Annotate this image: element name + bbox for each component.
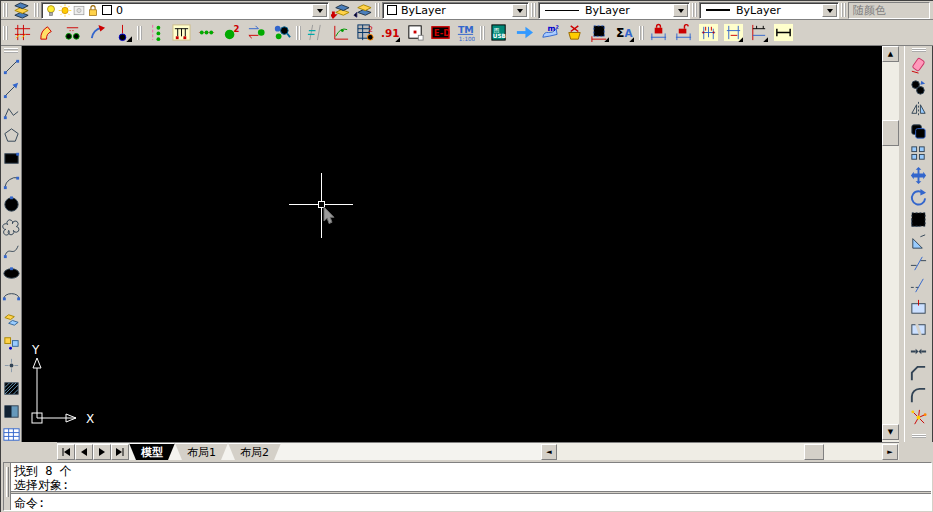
layer-properties-button[interactable]: [10, 2, 32, 18]
erase-icon[interactable]: [907, 54, 931, 76]
extend-icon[interactable]: [907, 274, 931, 296]
revision-cloud-icon[interactable]: [1, 216, 21, 239]
toolbar-grip[interactable]: [639, 26, 644, 40]
linetype-combo-dropdown[interactable]: [673, 4, 688, 17]
dot-axis-icon[interactable]: [194, 21, 219, 45]
toolbar-grip[interactable]: [692, 3, 697, 17]
axis-circles-icon[interactable]: [60, 21, 85, 45]
dim-red-icon[interactable]: [746, 21, 771, 45]
blue-arrow-icon[interactable]: [512, 21, 537, 45]
layer-on-icon[interactable]: [44, 3, 58, 17]
command-prompt-input[interactable]: 命令:: [11, 494, 931, 510]
polygon-icon[interactable]: [1, 124, 21, 147]
toolbar-grip[interactable]: [912, 434, 926, 438]
fillet-icon[interactable]: [907, 384, 931, 406]
layer-previous-button[interactable]: [351, 2, 373, 18]
hatch-icon[interactable]: [1, 377, 21, 400]
make-block-icon[interactable]: [1, 331, 21, 354]
sigma-a-icon[interactable]: ΣA: [612, 21, 637, 45]
previous-tab-button[interactable]: [75, 444, 93, 460]
command-history[interactable]: 找到 8 个 选择对象:: [11, 463, 931, 491]
make-object-layer-current-button[interactable]: [329, 2, 351, 18]
move-icon[interactable]: [907, 164, 931, 186]
next-tab-button[interactable]: [93, 444, 111, 460]
trim-icon[interactable]: [907, 252, 931, 274]
toolbar-grip[interactable]: [4, 48, 18, 53]
rotate-icon[interactable]: [907, 186, 931, 208]
drawing-canvas[interactable]: Y X: [22, 46, 882, 442]
dim-grid-b-icon[interactable]: [721, 21, 746, 45]
curve-stat-icon[interactable]: [328, 21, 353, 45]
arc-wall-icon[interactable]: [35, 21, 60, 45]
chamfer-icon[interactable]: [907, 362, 931, 384]
array-icon[interactable]: [907, 142, 931, 164]
decimal-91-icon[interactable]: .91: [378, 21, 403, 45]
stretch-icon[interactable]: [907, 230, 931, 252]
horizontal-scroll-thumb[interactable]: [804, 444, 824, 460]
ed-label-icon[interactable]: E-D: [428, 21, 453, 45]
ellipse-icon[interactable]: [1, 262, 21, 285]
command-window-grip[interactable]: [4, 463, 11, 510]
insert-block-icon[interactable]: [1, 308, 21, 331]
curved-arrow-icon[interactable]: [85, 21, 110, 45]
arc-icon[interactable]: [1, 170, 21, 193]
color-combo-dropdown[interactable]: [512, 4, 527, 17]
line-icon[interactable]: [1, 55, 21, 78]
last-tab-button[interactable]: [111, 444, 129, 460]
dim-unlock-icon[interactable]: [671, 21, 696, 45]
scale-icon[interactable]: [907, 208, 931, 230]
layer-combo-dropdown[interactable]: [312, 4, 327, 17]
color-combo[interactable]: ByLayer: [382, 2, 529, 19]
mirror-icon[interactable]: [907, 98, 931, 120]
dim-frame-icon[interactable]: [587, 21, 612, 45]
area-m2-icon[interactable]: m²: [537, 21, 562, 45]
break-at-point-icon[interactable]: [907, 296, 931, 318]
horizontal-scrollbar[interactable]: ◄ ►: [541, 442, 899, 460]
search-balls-icon[interactable]: [269, 21, 294, 45]
lineweight-combo-dropdown[interactable]: [822, 4, 837, 17]
toolbar-grip[interactable]: [34, 3, 39, 17]
point-icon[interactable]: [1, 354, 21, 377]
first-tab-button[interactable]: [57, 444, 75, 460]
usb-board-icon[interactable]: 图USB: [487, 21, 512, 45]
layer-lock-icon[interactable]: [86, 3, 100, 17]
break-icon[interactable]: [907, 318, 931, 340]
beam-table-icon[interactable]: [169, 21, 194, 45]
copy-icon[interactable]: [907, 76, 931, 98]
rectangle-icon[interactable]: [1, 147, 21, 170]
vertical-scrollbar[interactable]: ▲ ▼: [882, 46, 899, 442]
ellipse-arc-icon[interactable]: [1, 285, 21, 308]
toolbar-grip[interactable]: [296, 26, 301, 40]
tab-layout2[interactable]: 布局2: [228, 443, 281, 460]
toolbar-grip[interactable]: [480, 26, 485, 40]
offset-icon[interactable]: [907, 120, 931, 142]
toolbar-grip[interactable]: [3, 3, 8, 17]
scroll-up-button[interactable]: ▲: [882, 46, 899, 62]
box-dot-icon[interactable]: [403, 21, 428, 45]
scroll-down-button[interactable]: ▼: [882, 424, 899, 440]
swap-ball-icon[interactable]: [244, 21, 269, 45]
construction-line-icon[interactable]: [1, 78, 21, 101]
join-icon[interactable]: [907, 340, 931, 362]
table-calc-icon[interactable]: 2: [353, 21, 378, 45]
tab-layout1[interactable]: 布局1: [175, 443, 228, 460]
linetype-combo[interactable]: ByLayer: [538, 2, 690, 19]
tm-scale-icon[interactable]: TM1:100: [453, 21, 478, 45]
scroll-right-button[interactable]: ►: [882, 444, 898, 460]
toolbar-grip[interactable]: [375, 3, 380, 17]
toolbar-grip[interactable]: [137, 26, 142, 40]
axis-compare-icon[interactable]: [303, 21, 328, 45]
tab-model[interactable]: 模型: [129, 443, 175, 460]
layer-thaw-icon[interactable]: [58, 3, 72, 17]
yellow-cart-icon[interactable]: [562, 21, 587, 45]
toolbar-grip[interactable]: [531, 3, 536, 17]
spline-icon[interactable]: [1, 239, 21, 262]
gradient-icon[interactable]: [1, 400, 21, 423]
polyline-icon[interactable]: [1, 101, 21, 124]
toolbar-grip[interactable]: [3, 26, 8, 40]
dim-lock-icon[interactable]: [646, 21, 671, 45]
toolbar-grip[interactable]: [912, 48, 926, 52]
vertical-scroll-thumb[interactable]: [882, 120, 899, 146]
dim-grid-a-icon[interactable]: [696, 21, 721, 45]
layer-vp-freeze-icon[interactable]: [72, 3, 86, 17]
